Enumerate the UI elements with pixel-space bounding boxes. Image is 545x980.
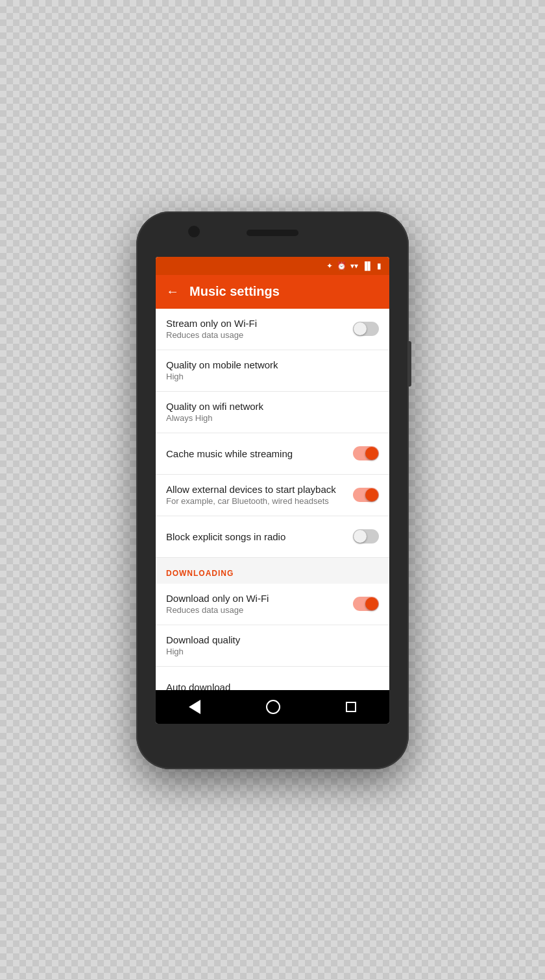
setting-subtitle-quality-wifi: Always High [166, 413, 379, 423]
setting-row-allow-external[interactable]: Allow external devices to start playback… [156, 475, 389, 516]
wifi-icon: ▾▾ [350, 261, 358, 270]
settings-content[interactable]: Stream only on Wi-Fi Reduces data usage … [156, 309, 389, 690]
setting-text-auto-download: Auto download [166, 682, 379, 690]
bluetooth-icon: ✦ [326, 261, 333, 270]
setting-row-block-explicit[interactable]: Block explicit songs in radio [156, 516, 389, 558]
setting-subtitle-allow-external: For example, car Bluetooth, wired headse… [166, 496, 353, 506]
setting-row-quality-mobile[interactable]: Quality on mobile network High [156, 350, 389, 392]
setting-text-allow-external: Allow external devices to start playback… [166, 484, 353, 506]
setting-row-cache-music[interactable]: Cache music while streaming [156, 433, 389, 475]
setting-title-auto-download: Auto download [166, 682, 379, 690]
setting-row-stream-wifi[interactable]: Stream only on Wi-Fi Reduces data usage [156, 309, 389, 350]
section-header-text-downloading: DOWNLOADING [166, 569, 234, 578]
navigation-bar [156, 690, 389, 724]
setting-title-download-quality: Download quality [166, 634, 379, 645]
page-title: Music settings [189, 284, 280, 299]
phone-camera [188, 226, 200, 237]
setting-text-download-wifi: Download only on Wi-Fi Reduces data usag… [166, 593, 353, 615]
setting-text-quality-mobile: Quality on mobile network High [166, 359, 379, 381]
battery-icon: ▮ [377, 261, 382, 270]
setting-subtitle-quality-mobile: High [166, 372, 379, 381]
setting-title-download-wifi: Download only on Wi-Fi [166, 593, 353, 604]
toggle-cache-music[interactable] [353, 446, 379, 460]
status-bar: ✦ ⏰ ▾▾ ▐▌ ▮ [156, 257, 389, 275]
setting-row-quality-wifi[interactable]: Quality on wifi network Always High [156, 392, 389, 433]
setting-row-auto-download[interactable]: Auto download [156, 667, 389, 690]
section-header-downloading: DOWNLOADING [156, 558, 389, 584]
recents-nav-icon[interactable] [346, 702, 356, 712]
setting-title-block-explicit: Block explicit songs in radio [166, 531, 353, 542]
setting-title-stream-wifi: Stream only on Wi-Fi [166, 318, 353, 329]
signal-icon: ▐▌ [362, 261, 373, 270]
toggle-block-explicit[interactable] [353, 529, 379, 544]
setting-title-quality-mobile: Quality on mobile network [166, 359, 379, 370]
toggle-knob-block-explicit [354, 530, 367, 543]
setting-row-download-quality[interactable]: Download quality High [156, 625, 389, 667]
back-button[interactable]: ← [166, 284, 179, 299]
setting-title-quality-wifi: Quality on wifi network [166, 401, 379, 412]
setting-text-stream-wifi: Stream only on Wi-Fi Reduces data usage [166, 318, 353, 340]
app-bar: ← Music settings [156, 275, 389, 309]
alarm-icon: ⏰ [337, 261, 346, 270]
setting-text-cache-music: Cache music while streaming [166, 448, 353, 459]
setting-text-quality-wifi: Quality on wifi network Always High [166, 401, 379, 423]
setting-text-block-explicit: Block explicit songs in radio [166, 531, 353, 542]
setting-subtitle-download-quality: High [166, 647, 379, 656]
toggle-knob-cache-music [365, 447, 378, 460]
toggle-stream-wifi[interactable] [353, 322, 379, 336]
back-nav-icon[interactable] [189, 700, 200, 714]
toggle-allow-external[interactable] [353, 488, 379, 502]
toggle-download-wifi[interactable] [353, 597, 379, 611]
toggle-knob-download-wifi [365, 597, 378, 610]
phone-device: ✦ ⏰ ▾▾ ▐▌ ▮ ← Music settings Stream only… [136, 211, 409, 769]
setting-text-download-quality: Download quality High [166, 634, 379, 656]
setting-title-cache-music: Cache music while streaming [166, 448, 353, 459]
toggle-knob-allow-external [365, 488, 378, 501]
phone-screen: ✦ ⏰ ▾▾ ▐▌ ▮ ← Music settings Stream only… [156, 257, 389, 724]
phone-button-right [407, 341, 411, 387]
setting-subtitle-download-wifi: Reduces data usage [166, 605, 353, 615]
setting-row-download-wifi[interactable]: Download only on Wi-Fi Reduces data usag… [156, 584, 389, 625]
setting-subtitle-stream-wifi: Reduces data usage [166, 330, 353, 340]
phone-speaker [247, 230, 298, 236]
toggle-knob-stream-wifi [354, 322, 367, 335]
setting-title-allow-external: Allow external devices to start playback [166, 484, 353, 495]
home-nav-icon[interactable] [266, 700, 280, 714]
